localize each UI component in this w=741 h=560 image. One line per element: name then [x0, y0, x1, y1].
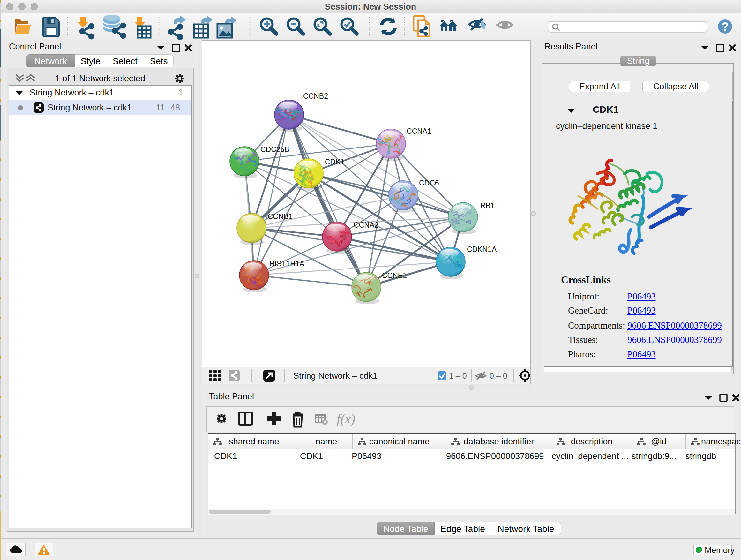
svg-text:1 – 0: 1 – 0 — [449, 371, 467, 380]
svg-text:String Network – cdk1: String Network – cdk1 — [293, 371, 378, 381]
svg-text:?: ? — [722, 20, 729, 33]
svg-text:RB1: RB1 — [480, 201, 495, 210]
svg-text:CCNB2: CCNB2 — [303, 92, 328, 100]
svg-text:CDC6: CDC6 — [419, 179, 439, 187]
svg-text:CCNE1: CCNE1 — [382, 271, 407, 280]
svg-text:1 of 1 Network selected: 1 of 1 Network selected — [55, 74, 145, 83]
svg-text:HIST1H1A: HIST1H1A — [269, 260, 305, 268]
svg-text:CDC25B: CDC25B — [260, 145, 289, 153]
svg-text:CDK1: CDK1 — [325, 158, 344, 166]
svg-text:CCNB1: CCNB1 — [268, 212, 293, 221]
svg-text:f(x): f(x) — [337, 412, 355, 427]
svg-text:0 – 0: 0 – 0 — [489, 371, 508, 380]
svg-text:CCNA1: CCNA1 — [407, 127, 431, 135]
svg-text:CCNA2: CCNA2 — [354, 221, 379, 229]
svg-text:CDKN1A: CDKN1A — [467, 245, 497, 253]
